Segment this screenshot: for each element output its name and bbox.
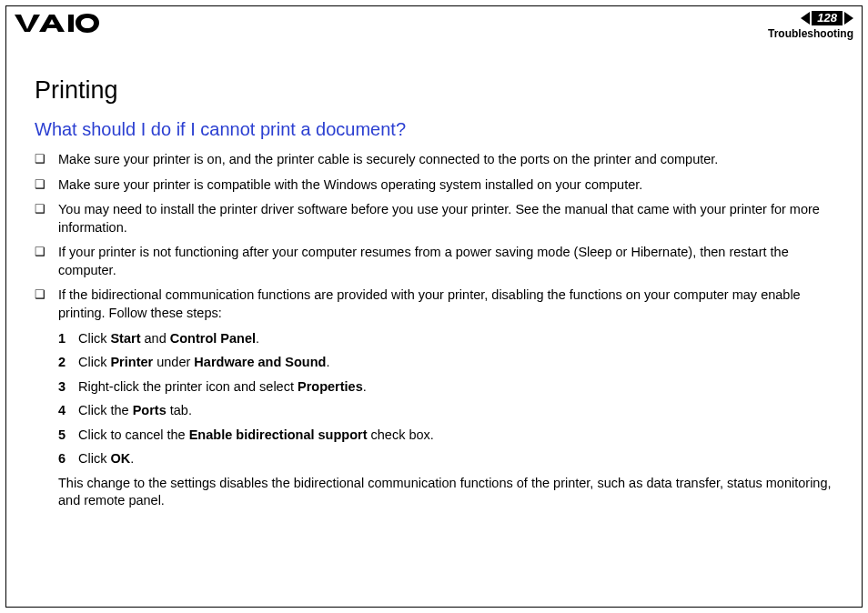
content-area: Printing What should I do if I cannot pr… xyxy=(35,76,843,510)
page-header: 128 Troubleshooting xyxy=(15,9,853,42)
section-name: Troubleshooting xyxy=(768,27,853,40)
bullet-icon: ❑ xyxy=(35,201,58,236)
bullet-icon: ❑ xyxy=(35,176,58,195)
bullet-icon: ❑ xyxy=(35,151,58,169)
bullet-icon: ❑ xyxy=(35,286,58,322)
page-number: 128 xyxy=(812,11,843,25)
step-list: 1 Click Start and Control Panel. 2 Click… xyxy=(58,330,843,468)
svg-rect-0 xyxy=(68,15,74,32)
list-item: ❑ If your printer is not functioning aft… xyxy=(35,244,843,279)
step-item: 5 Click to cancel the Enable bidirection… xyxy=(58,427,843,445)
list-item: ❑ If the bidirectional communication fun… xyxy=(35,286,843,322)
prev-page-arrow-icon[interactable] xyxy=(801,12,810,25)
step-item: 3 Right-click the printer icon and selec… xyxy=(58,378,843,397)
step-text: Click the Ports tab. xyxy=(78,402,192,420)
section-heading: What should I do if I cannot print a doc… xyxy=(35,119,843,140)
step-item: 4 Click the Ports tab. xyxy=(58,402,843,420)
list-item: ❑ Make sure your printer is compatible w… xyxy=(35,176,843,195)
step-item: 1 Click Start and Control Panel. xyxy=(58,330,843,348)
step-text: Right-click the printer icon and select … xyxy=(78,378,367,397)
step-item: 6 Click OK. xyxy=(58,450,843,468)
list-item: ❑ Make sure your printer is on, and the … xyxy=(35,151,843,169)
step-item: 2 Click Printer under Hardware and Sound… xyxy=(58,354,843,372)
page-title: Printing xyxy=(35,76,843,105)
bullet-icon: ❑ xyxy=(35,244,58,279)
next-page-arrow-icon[interactable] xyxy=(844,12,853,25)
header-right: 128 Troubleshooting xyxy=(768,11,853,40)
page-nav: 128 xyxy=(768,11,853,25)
vaio-logo xyxy=(15,13,104,36)
bullet-list: ❑ Make sure your printer is on, and the … xyxy=(35,151,843,323)
step-text: Click Start and Control Panel. xyxy=(78,330,259,348)
step-text: Click to cancel the Enable bidirectional… xyxy=(78,427,434,445)
step-text: Click Printer under Hardware and Sound. xyxy=(78,354,329,372)
list-item: ❑ You may need to install the printer dr… xyxy=(35,201,843,236)
trailing-paragraph: This change to the settings disables the… xyxy=(58,475,843,510)
step-text: Click OK. xyxy=(78,450,134,468)
